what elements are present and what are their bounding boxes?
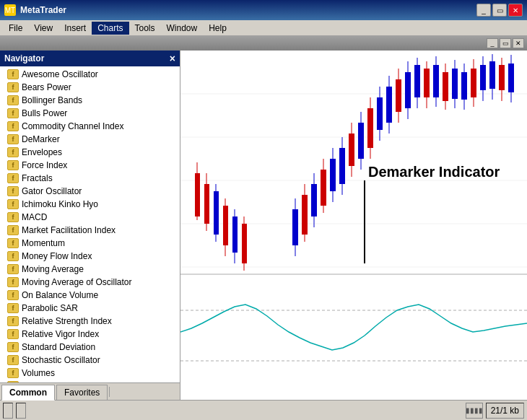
list-item[interactable]: fOn Balance Volume [0,289,180,302]
navigator-list-wrap: fAwesome OscillatorfBears PowerfBollinge… [0,66,180,382]
minimize-button[interactable]: _ [476,4,491,17]
list-item[interactable]: fVolumes [0,367,180,380]
status-segment-empty [3,403,13,419]
list-item[interactable]: fRelative Strength Index [0,315,180,328]
title-bar-controls: _ ▭ ✕ [476,4,523,17]
menu-bar: File View Insert Charts Tools Window Hel… [0,20,527,36]
indicator-label: Awesome Oscillator [22,69,98,79]
main-content: Navigator × fAwesome OscillatorfBears Po… [0,51,527,400]
indicator-label: Stochastic Oscillator [22,355,100,365]
tab-favorites[interactable]: Favorites [56,385,108,400]
indicator-label: On Balance Volume [22,290,98,300]
indicator-icon: f [7,264,19,274]
tab-separator [109,387,110,397]
list-item[interactable]: fMarket Facilitation Index [0,224,180,237]
menu-window[interactable]: Window [161,22,204,35]
inner-title-bar: _ ▭ ✕ [0,36,527,51]
list-item[interactable]: fBollinger Bands [0,94,180,107]
list-item[interactable]: fMACD [0,211,180,224]
navigator-close-button[interactable]: × [170,53,175,64]
list-item[interactable]: fParabolic SAR [0,302,180,315]
list-item[interactable]: fFractals [0,172,180,185]
list-item[interactable]: fMomentum [0,237,180,250]
menu-file[interactable]: File [3,22,28,35]
status-info: 21/1 kb [486,403,524,419]
indicator-label: Force Index [22,160,67,170]
indicator-icon: f [7,251,19,261]
menu-view[interactable]: View [28,22,58,35]
indicator-icon: f [7,108,19,118]
navigator-header: Navigator × [0,51,180,66]
indicator-label: Momentum [22,238,65,248]
navigator-title: Navigator [4,53,44,64]
bars-icon[interactable]: ▮▮▮▮ [466,403,483,419]
indicator-icon: f [7,212,19,222]
chart-area: Demarker Indicator [180,51,527,400]
list-item[interactable]: fStandard Deviation [0,341,180,354]
indicator-icon: f [7,121,19,131]
list-item[interactable]: fAwesome Oscillator [0,68,180,81]
indicator-label: Bollinger Bands [22,95,82,105]
list-item[interactable]: fBears Power [0,81,180,94]
indicator-label: Moving Average [22,264,84,274]
indicator-label: Volumes [22,368,55,378]
navigator-tabs: Common Favorites [0,382,180,400]
indicator-label: Fractals [22,173,53,183]
list-item[interactable]: fCommodity Channel Index [0,120,180,133]
list-item[interactable]: fGator Oscillator [0,185,180,198]
navigator-list: fAwesome OscillatorfBears PowerfBollinge… [0,66,180,382]
indicator-icon: f [7,303,19,313]
list-item[interactable]: fDeMarker [0,133,180,146]
indicator-label: Money Flow Index [22,251,92,261]
list-item[interactable]: fEnvelopes [0,146,180,159]
indicator-icon: f [7,160,19,170]
indicator-label: Ichimoku Kinko Hyo [22,199,98,209]
tab-common[interactable]: Common [1,385,55,401]
indicator-icon: f [7,329,19,339]
list-item[interactable]: fStochastic Oscillator [0,354,180,367]
app-icon: MT [4,4,16,16]
indicator-icon: f [7,238,19,248]
restore-button[interactable]: ▭ [492,4,507,17]
indicator-icon: f [7,342,19,352]
indicator-label: MACD [22,212,47,222]
indicator-label: DeMarker [22,134,60,144]
status-bar: ▮▮▮▮ 21/1 kb [0,400,527,420]
indicator-icon: f [7,186,19,196]
chart-svg: Demarker Indicator [180,51,527,400]
list-item[interactable]: fRelative Vigor Index [0,328,180,341]
window-title: MetaTrader [20,5,66,15]
list-item[interactable]: fMoving Average [0,263,180,276]
menu-insert[interactable]: Insert [58,22,92,35]
indicator-icon: f [7,368,19,378]
indicator-icon: f [7,316,19,326]
indicator-icon: f [7,173,19,183]
list-item[interactable]: fForce Index [0,159,180,172]
menu-tools[interactable]: Tools [129,22,161,35]
indicator-icon: f [7,95,19,105]
bars-icon-text: ▮▮▮▮ [466,406,483,414]
indicator-icon: f [7,147,19,157]
app-icon-text: MT [5,6,15,14]
indicator-icon: f [7,69,19,79]
list-item[interactable]: fMoney Flow Index [0,250,180,263]
status-segment-empty2 [16,403,26,419]
indicator-label: Relative Strength Index [22,316,112,326]
inner-title-controls: _ ▭ ✕ [487,38,524,48]
svg-text:Demarker Indicator: Demarker Indicator [368,164,500,180]
inner-close[interactable]: ✕ [513,38,524,48]
inner-restore[interactable]: ▭ [500,38,511,48]
inner-minimize[interactable]: _ [487,38,498,48]
close-button[interactable]: ✕ [508,4,523,17]
status-right: ▮▮▮▮ 21/1 kb [466,403,524,419]
navigator-panel: Navigator × fAwesome OscillatorfBears Po… [0,51,180,400]
menu-help[interactable]: Help [203,22,232,35]
indicator-label: Envelopes [22,147,62,157]
menu-charts[interactable]: Charts [92,22,129,35]
indicator-icon: f [7,199,19,209]
indicator-icon: f [7,355,19,365]
list-item[interactable]: fMoving Average of Oscillator [0,276,180,289]
indicator-icon: f [7,225,19,235]
list-item[interactable]: fBulls Power [0,107,180,120]
list-item[interactable]: fIchimoku Kinko Hyo [0,198,180,211]
